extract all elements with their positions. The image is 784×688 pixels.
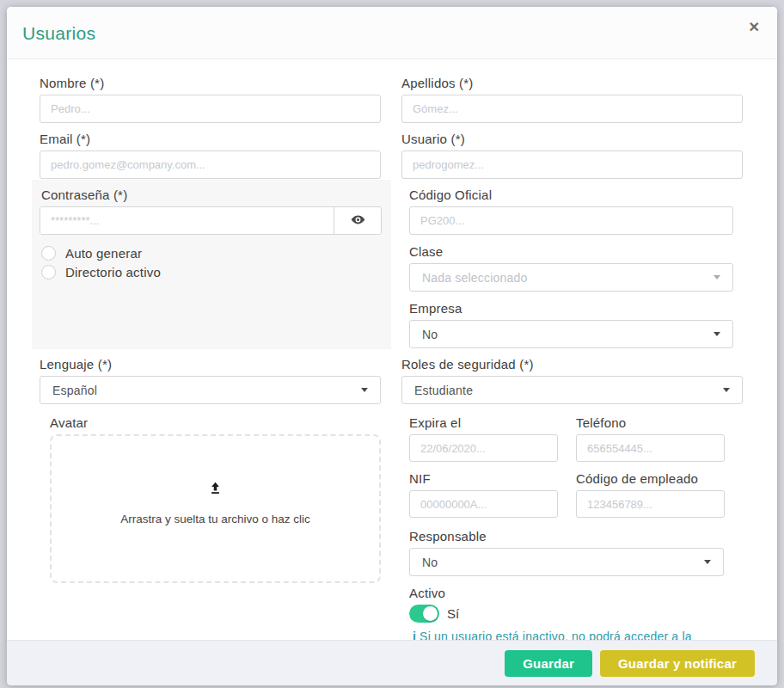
apellidos-input[interactable] <box>401 95 743 123</box>
field-empresa: Empresa No <box>409 300 733 348</box>
radio-auto-generar-label: Auto generar <box>65 246 142 261</box>
usuario-input[interactable] <box>401 150 743 179</box>
activo-label: Activo <box>409 585 743 602</box>
activo-toggle[interactable] <box>409 605 439 623</box>
modal-footer: Guardar Guardar y notificar <box>7 640 777 685</box>
avatar-dropzone[interactable]: Arrastra y suelta tu archivo o haz clic <box>50 434 381 583</box>
chevron-down-icon <box>714 332 720 336</box>
field-clase: Clase Nada seleccionado <box>409 243 733 292</box>
field-roles: Roles de seguridad (*) Estudiante <box>401 356 743 404</box>
inactive-user-note: iSi un usuario está inactivo, no podrá a… <box>413 630 743 640</box>
chevron-down-icon <box>714 275 720 280</box>
password-input-group <box>40 206 382 235</box>
chevron-down-icon <box>723 388 730 392</box>
roles-select[interactable]: Estudiante <box>401 376 743 404</box>
radio-directorio-activo[interactable]: Directorio activo <box>41 265 382 280</box>
responsable-selected-value: No <box>422 556 438 569</box>
password-panel: Contraseña (*) <box>32 180 391 349</box>
nif-label: NIF <box>409 470 558 488</box>
upload-icon <box>208 481 223 499</box>
radio-icon <box>41 246 56 261</box>
email-input[interactable] <box>40 150 381 179</box>
expira-input[interactable] <box>409 434 558 462</box>
activo-toggle-row: Sí <box>409 605 743 623</box>
field-usuario: Usuario (*) <box>401 131 743 179</box>
password-visibility-toggle[interactable] <box>334 207 381 234</box>
details-subgrid: Expira el Teléfono NIF Código de emplead… <box>409 415 725 518</box>
radio-auto-generar[interactable]: Auto generar <box>41 246 382 261</box>
clase-selected-value: Nada seleccionado <box>422 271 527 285</box>
modal-header: Usuarios ✕ <box>7 7 777 59</box>
nif-input[interactable] <box>409 490 558 518</box>
codigo-oficial-label: Código Oficial <box>409 187 733 204</box>
lenguaje-selected-value: Español <box>52 384 97 397</box>
expira-label: Expira el <box>409 415 558 432</box>
nombre-input[interactable] <box>40 95 381 123</box>
save-and-notify-button[interactable]: Guardar y notificar <box>600 650 755 677</box>
note-text: Si un usuario está inactivo, no podrá ac… <box>413 630 692 640</box>
radio-icon <box>41 265 56 280</box>
usuario-label: Usuario (*) <box>401 131 743 148</box>
field-nif: NIF <box>409 470 558 518</box>
lenguaje-select[interactable]: Español <box>40 376 381 404</box>
empresa-select[interactable]: No <box>409 320 733 348</box>
roles-selected-value: Estudiante <box>414 384 473 397</box>
telefono-label: Teléfono <box>576 415 725 432</box>
roles-label: Roles de seguridad (*) <box>401 356 743 373</box>
empresa-label: Empresa <box>409 300 733 317</box>
field-activo: Activo Sí iSi un usuario está inactivo, … <box>409 585 743 640</box>
contrasena-input[interactable] <box>40 207 334 234</box>
radio-directorio-activo-label: Directorio activo <box>65 265 161 280</box>
eye-icon <box>351 212 365 230</box>
chevron-down-icon <box>361 388 368 392</box>
responsable-label: Responsable <box>409 528 724 545</box>
org-subpanel: Código Oficial Clase Nada seleccionado E… <box>409 187 733 356</box>
field-telefono: Teléfono <box>576 415 725 462</box>
user-form: Nombre (*) Apellidos (*) Email (*) Usuar… <box>40 75 743 640</box>
nombre-label: Nombre (*) <box>40 75 381 92</box>
avatar-group: Avatar Arrastra y suelta tu archivo o ha… <box>50 415 381 640</box>
usuarios-modal: Usuarios ✕ Nombre (*) Apellidos (*) Emai… <box>7 7 777 685</box>
password-options: Auto generar Directorio activo <box>41 246 382 280</box>
field-expira: Expira el <box>409 415 558 462</box>
modal-title: Usuarios <box>22 23 756 44</box>
modal-body: Nombre (*) Apellidos (*) Email (*) Usuar… <box>7 59 777 640</box>
codigo-empleado-label: Código de empleado <box>576 470 725 488</box>
clase-label: Clase <box>409 243 733 261</box>
email-label: Email (*) <box>40 131 381 148</box>
empresa-selected-value: No <box>422 328 438 341</box>
chevron-down-icon <box>704 560 711 564</box>
field-apellidos: Apellidos (*) <box>401 75 743 123</box>
right-bottom-panel: Expira el Teléfono NIF Código de emplead… <box>401 415 743 640</box>
codigo-empleado-input[interactable] <box>576 490 725 518</box>
clase-select[interactable]: Nada seleccionado <box>409 263 733 292</box>
save-button[interactable]: Guardar <box>505 650 592 677</box>
field-lenguaje: Lenguaje (*) Español <box>40 356 381 404</box>
field-codigo-empleado: Código de empleado <box>576 470 725 518</box>
field-nombre: Nombre (*) <box>40 75 381 123</box>
codigo-oficial-input[interactable] <box>409 206 733 235</box>
contrasena-label: Contraseña (*) <box>41 187 382 204</box>
responsable-select[interactable]: No <box>409 548 724 576</box>
field-codigo-oficial: Código Oficial <box>409 187 733 235</box>
field-email: Email (*) <box>40 131 381 179</box>
apellidos-label: Apellidos (*) <box>401 75 743 92</box>
avatar-label: Avatar <box>50 415 381 432</box>
toggle-knob <box>423 606 438 621</box>
close-icon[interactable]: ✕ <box>745 17 763 38</box>
info-icon: i <box>413 630 416 640</box>
telefono-input[interactable] <box>576 434 725 462</box>
lenguaje-label: Lenguaje (*) <box>40 356 381 373</box>
field-responsable: Responsable No <box>409 528 724 576</box>
dropzone-text: Arrastra y suelta tu archivo o haz clic <box>120 513 310 525</box>
activo-state-label: Sí <box>447 606 459 621</box>
